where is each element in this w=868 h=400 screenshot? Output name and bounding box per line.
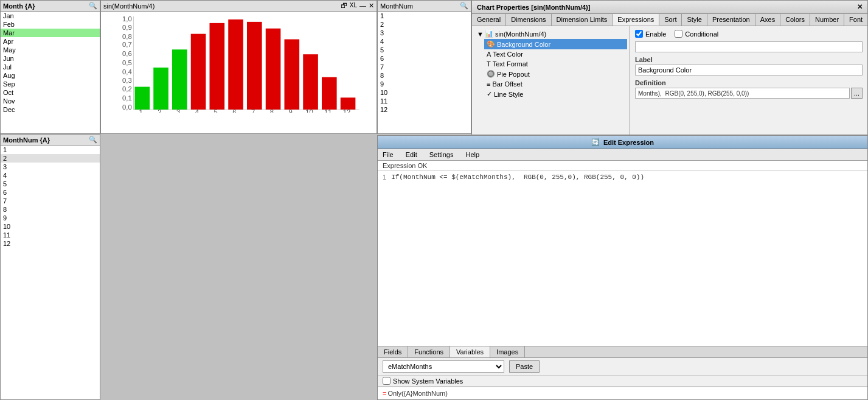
show-sys-vars-checkbox[interactable] — [383, 377, 391, 385]
monthnum-item-1[interactable]: 1 — [1, 146, 100, 154]
tab-sort[interactable]: Sort — [659, 14, 682, 26]
month-item-oct[interactable]: Oct — [1, 88, 100, 97]
monthnum-right-item-8[interactable]: 8 — [378, 71, 471, 80]
tab-functions[interactable]: Functions — [408, 346, 450, 357]
monthnum-right-item-7[interactable]: 7 — [378, 63, 471, 71]
svg-text:1,0: 1,0 — [122, 16, 132, 23]
monthnum-right-item-11[interactable]: 11 — [378, 97, 471, 105]
tab-style[interactable]: Style — [682, 14, 707, 26]
svg-text:9: 9 — [289, 108, 293, 113]
monthnum-item-5[interactable]: 5 — [1, 180, 100, 188]
month-item-mar[interactable]: Mar — [1, 29, 100, 37]
enable-checkbox[interactable] — [635, 30, 643, 38]
edit-expression-title: Edit Expression — [603, 139, 654, 146]
chart-xl-icon[interactable]: XL — [350, 2, 357, 10]
monthnum-right-item-9[interactable]: 9 — [378, 80, 471, 88]
chart-restore-icon[interactable]: 🗗 — [341, 2, 347, 10]
month-panel: Month {A} 🔍 JanFebMarAprMayJunJulAugSepO… — [0, 0, 100, 134]
edit-expr-icon: 🔄 — [591, 138, 600, 146]
monthnum-item-11[interactable]: 11 — [1, 231, 100, 239]
tab-axes[interactable]: Axes — [755, 14, 780, 26]
monthnum-right-item-4[interactable]: 4 — [378, 37, 471, 46]
menu-file[interactable]: File — [380, 150, 396, 159]
monthnum-item-3[interactable]: 3 — [1, 163, 100, 171]
svg-rect-17 — [228, 19, 243, 110]
definition-input[interactable] — [635, 88, 850, 99]
tree-text-color[interactable]: A Text Color — [484, 49, 627, 59]
monthnum-right-item-1[interactable]: 1 — [378, 12, 471, 20]
monthnum-right-item-2[interactable]: 2 — [378, 20, 471, 29]
definition-browse-btn[interactable]: ... — [851, 88, 863, 99]
tab-dimensions[interactable]: Dimensions — [506, 14, 551, 26]
tab-fields[interactable]: Fields — [378, 346, 408, 357]
tab-variables[interactable]: Variables — [450, 346, 490, 357]
month-item-may[interactable]: May — [1, 46, 100, 54]
edit-expression-panel: 🔄 Edit Expression File Edit Settings Hel… — [377, 135, 868, 400]
tree-bar-offset[interactable]: ≡ Bar Offset — [484, 79, 627, 89]
monthnum-right-item-10[interactable]: 10 — [378, 88, 471, 97]
monthnum-item-7[interactable]: 7 — [1, 197, 100, 205]
month-item-jan[interactable]: Jan — [1, 12, 100, 20]
monthnum-item-2[interactable]: 2 — [1, 154, 100, 163]
monthnum-right-item-3[interactable]: 3 — [378, 29, 471, 37]
expression-editor[interactable]: 1 If(MonthNum <= $(eMatchMonths), RGB(0,… — [378, 171, 867, 346]
month-panel-search-icon[interactable]: 🔍 — [89, 2, 97, 10]
monthnum-right-item-12[interactable]: 12 — [378, 105, 471, 114]
svg-rect-18 — [247, 22, 262, 110]
paste-button[interactable]: Paste — [509, 360, 540, 373]
tab-colors[interactable]: Colors — [780, 14, 810, 26]
tree-line-style[interactable]: ✓ Line Style — [484, 89, 627, 99]
month-item-nov[interactable]: Nov — [1, 97, 100, 105]
monthnum-right-item-5[interactable]: 5 — [378, 46, 471, 54]
tab-font[interactable]: Font — [844, 14, 867, 26]
conditional-checkbox[interactable] — [675, 30, 682, 38]
tab-general[interactable]: General — [472, 14, 506, 26]
tab-number[interactable]: Number — [810, 14, 844, 26]
monthnum-list-search-icon[interactable]: 🔍 — [460, 2, 468, 10]
monthnum-item-8[interactable]: 8 — [1, 205, 100, 214]
monthnum-panel-search-icon[interactable]: 🔍 — [89, 136, 97, 144]
tree-pie-popout[interactable]: 🔘 Pie Popout — [484, 69, 627, 79]
month-item-feb[interactable]: Feb — [1, 20, 100, 29]
month-item-apr[interactable]: Apr — [1, 37, 100, 46]
top-input-field[interactable] — [635, 41, 863, 52]
tree-background-color[interactable]: 🎨 Background Color — [484, 39, 627, 49]
tab-presentation[interactable]: Presentation — [707, 14, 755, 26]
month-item-jul[interactable]: Jul — [1, 63, 100, 71]
chart-properties-close-icon[interactable]: ✕ — [857, 3, 863, 11]
variable-select[interactable]: eMatchMonths — [383, 360, 504, 373]
monthnum-list-title: MonthNum — [380, 2, 413, 10]
tree-text-format[interactable]: T Text Format — [484, 59, 627, 69]
bar-offset-label: Bar Offset — [492, 80, 522, 88]
svg-rect-21 — [303, 54, 318, 110]
month-item-sep[interactable]: Sep — [1, 80, 100, 88]
tab-images[interactable]: Images — [490, 346, 525, 357]
menu-settings[interactable]: Settings — [427, 150, 456, 159]
expression-status-text: Expression OK — [383, 162, 427, 169]
tree-root-item[interactable]: ▼ 📊 sin(MonthNum/4) — [474, 29, 627, 39]
expression-formula[interactable]: = Only({A}MonthNum) — [378, 387, 867, 399]
monthnum-list-header: MonthNum 🔍 — [378, 1, 471, 12]
label-input[interactable] — [635, 65, 863, 75]
monthnum-item-6[interactable]: 6 — [1, 188, 100, 197]
tab-expressions[interactable]: Expressions — [613, 14, 659, 26]
chart-minimize-icon[interactable]: — — [359, 2, 366, 10]
monthnum-item-9[interactable]: 9 — [1, 214, 100, 222]
chart-properties-title-text: Chart Properties [sin(MonthNum/4)] — [477, 4, 590, 11]
pie-popout-icon: 🔘 — [487, 70, 495, 78]
menu-edit[interactable]: Edit — [403, 150, 420, 159]
month-item-dec[interactable]: Dec — [1, 105, 100, 114]
chart-close-icon[interactable]: ✕ — [369, 2, 374, 10]
monthnum-item-10[interactable]: 10 — [1, 222, 100, 231]
edit-expression-header: 🔄 Edit Expression — [378, 136, 867, 149]
tab-dimension-limits[interactable]: Dimension Limits — [552, 14, 613, 26]
month-item-jun[interactable]: Jun — [1, 54, 100, 63]
menu-help[interactable]: Help — [463, 150, 482, 159]
label-section-title: Label — [635, 56, 863, 63]
monthnum-item-4[interactable]: 4 — [1, 171, 100, 180]
svg-text:4: 4 — [195, 108, 199, 113]
text-color-label: Text Color — [493, 51, 523, 58]
month-item-aug[interactable]: Aug — [1, 71, 100, 80]
monthnum-item-12[interactable]: 12 — [1, 239, 100, 248]
monthnum-right-item-6[interactable]: 6 — [378, 54, 471, 63]
